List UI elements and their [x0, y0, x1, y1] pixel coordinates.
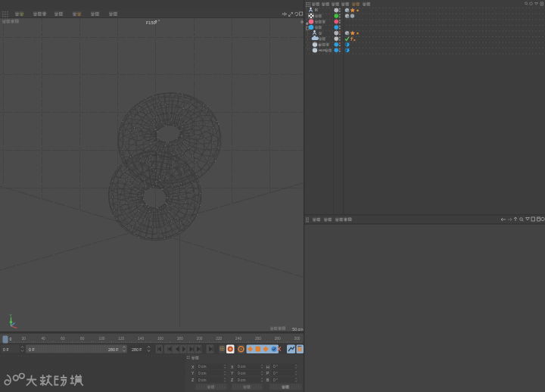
- svg-text:140: 140: [138, 337, 144, 341]
- svg-text:50 cm: 50 cm: [292, 327, 303, 331]
- svg-text:Z: Z: [192, 378, 194, 382]
- svg-text:280 F: 280 F: [108, 347, 119, 352]
- svg-text:0 cm: 0 cm: [198, 372, 206, 375]
- svg-text:X: X: [231, 365, 234, 369]
- svg-text:160: 160: [157, 337, 164, 341]
- svg-text:300: 300: [294, 337, 300, 341]
- svg-text:°: °: [158, 19, 160, 23]
- svg-text:80: 80: [80, 337, 85, 341]
- svg-text:Z: Z: [231, 378, 233, 382]
- svg-text:180: 180: [177, 337, 183, 341]
- svg-text:0 cm: 0 cm: [238, 378, 245, 382]
- svg-text:Y: Y: [192, 371, 195, 375]
- svg-text:220: 220: [216, 337, 222, 341]
- svg-text:20: 20: [22, 337, 26, 341]
- svg-text:0 cm: 0 cm: [198, 378, 206, 382]
- svg-text:F150: F150: [146, 20, 156, 25]
- svg-text:0 °: 0 °: [273, 372, 278, 375]
- svg-text:60: 60: [61, 337, 65, 341]
- svg-text:X: X: [192, 365, 195, 369]
- svg-text:0 °: 0 °: [273, 378, 278, 382]
- svg-text:40: 40: [41, 337, 45, 341]
- svg-text:0 °: 0 °: [273, 365, 278, 369]
- svg-text:0: 0: [10, 337, 12, 341]
- svg-text:0 cm: 0 cm: [238, 372, 245, 375]
- svg-text:0 F: 0 F: [29, 347, 35, 352]
- svg-text:P: P: [266, 371, 269, 375]
- svg-text:B: B: [266, 378, 269, 382]
- svg-text:0 cm: 0 cm: [238, 365, 245, 369]
- svg-text:280 F: 280 F: [132, 347, 142, 352]
- svg-text:280: 280: [275, 337, 281, 341]
- svg-text:260: 260: [255, 337, 261, 341]
- svg-text:120: 120: [118, 337, 124, 341]
- svg-text:Y: Y: [231, 371, 234, 375]
- svg-text:0 cm: 0 cm: [198, 365, 206, 369]
- svg-text:200: 200: [196, 337, 202, 341]
- svg-text:100: 100: [98, 337, 104, 341]
- svg-text:H: H: [266, 365, 269, 369]
- svg-text:240: 240: [235, 337, 241, 341]
- svg-text:HDR: HDR: [319, 48, 325, 52]
- svg-text:0 F: 0 F: [3, 347, 9, 352]
